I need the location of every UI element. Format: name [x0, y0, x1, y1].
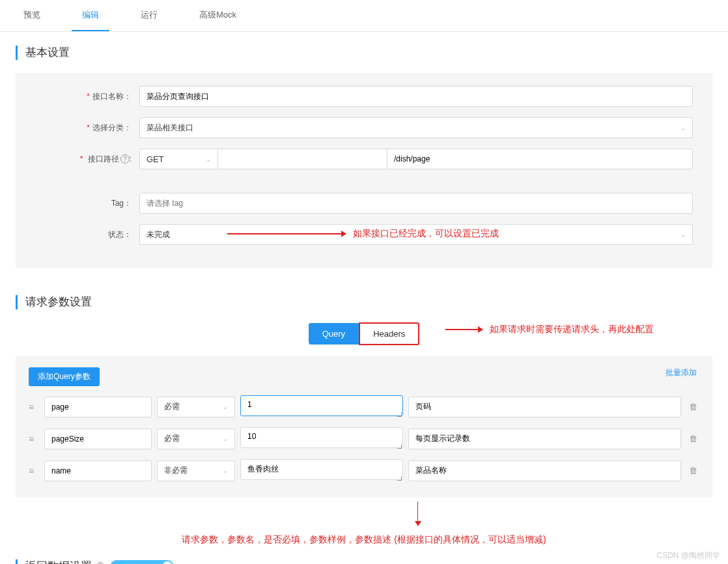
tab-preview[interactable]: 预览: [13, 0, 51, 31]
method-select[interactable]: GET ⌄: [139, 148, 217, 169]
main-tabs: 预览 编辑 运行 高级Mock: [0, 0, 728, 32]
param-required-select[interactable]: 非必需 ⌄: [157, 460, 235, 481]
param-row: ≡ 必需 ⌄ 1 🗑: [29, 395, 699, 418]
tab-run[interactable]: 运行: [130, 0, 168, 31]
annotation-arrow-down: [123, 501, 712, 526]
status-value: 未完成: [147, 229, 170, 240]
param-example-input[interactable]: 10: [240, 427, 403, 448]
resize-handle[interactable]: [397, 444, 402, 449]
tag-label: Tag：: [35, 198, 139, 209]
param-row: ≡ 非必需 ⌄ 鱼香肉丝 🗑: [29, 459, 699, 482]
name-input[interactable]: [139, 86, 693, 107]
status-row: 状态： 未完成 ⌄ 如果接口已经完成，可以设置已完成: [35, 224, 693, 245]
tag-input[interactable]: [139, 193, 693, 214]
chevron-down-icon: ⌄: [223, 403, 228, 410]
param-required-select[interactable]: 必需 ⌄: [157, 397, 235, 417]
add-query-button[interactable]: 添加Query参数: [29, 367, 100, 386]
trash-icon[interactable]: 🗑: [686, 434, 699, 444]
param-name-input[interactable]: [44, 460, 152, 481]
chevron-down-icon: ⌄: [223, 467, 228, 474]
title-bar: [16, 295, 18, 309]
basic-form-panel: 接口名称： 选择分类： 菜品相关接口 ⌄ 接口路径?: GET ⌄: [16, 73, 712, 268]
path-label: 接口路径?:: [35, 154, 139, 165]
name-row: 接口名称：: [35, 86, 693, 107]
path-group: GET ⌄: [139, 148, 693, 169]
tab-mock[interactable]: 高级Mock: [189, 0, 247, 31]
title-bar: [16, 46, 18, 60]
title-bar: [16, 559, 18, 565]
param-desc-input[interactable]: [408, 397, 681, 417]
chevron-down-icon: ⌄: [223, 435, 228, 442]
category-select[interactable]: 菜品相关接口 ⌄: [139, 117, 693, 138]
tab-edit[interactable]: 编辑: [72, 0, 109, 31]
basic-title: 基本设置: [25, 45, 70, 60]
subtab-query[interactable]: Query: [309, 323, 359, 345]
request-title: 请求参数设置: [25, 294, 92, 309]
category-value: 菜品相关接口: [147, 122, 193, 134]
response-title: 返回数据设置: [25, 559, 92, 564]
drag-handle-icon[interactable]: ≡: [29, 466, 39, 476]
request-params-section: 请求参数设置 Query Headers 如果请求时需要传递请求头，再此处配置 …: [0, 281, 728, 559]
batch-add-link[interactable]: 批量添加: [665, 367, 697, 378]
param-required-select[interactable]: 必需 ⌄: [157, 429, 235, 449]
subtab-headers[interactable]: Headers: [359, 322, 419, 345]
section-title: 基本设置: [16, 45, 712, 60]
headers-annotation: 如果请求时需要传递请求头，再此处配置: [490, 324, 654, 335]
param-example-input[interactable]: 1: [240, 395, 403, 416]
drag-handle-icon[interactable]: ≡: [29, 434, 39, 444]
path-row: 接口路径?: GET ⌄: [35, 148, 693, 169]
watermark: CSDN @陶然同学: [656, 550, 720, 561]
param-example-input[interactable]: 鱼香肉丝: [240, 459, 403, 480]
request-subtabs: Query Headers 如果请求时需要传递请求头，再此处配置: [16, 322, 712, 345]
params-annotation: 请求参数，参数名，是否必填，参数样例，参数描述 (根据接口的具体情况，可以适当增…: [16, 534, 712, 546]
chevron-down-icon: ⌄: [680, 124, 686, 132]
param-name-input[interactable]: [44, 397, 152, 417]
annotation-arrow: 如果接口已经完成，可以设置已完成: [227, 228, 499, 240]
param-row: ≡ 必需 ⌄ 10 🗑: [29, 427, 699, 450]
toggle-circle: [162, 561, 173, 565]
name-label: 接口名称：: [35, 91, 139, 102]
trash-icon[interactable]: 🗑: [686, 402, 699, 412]
chevron-down-icon: ⌄: [680, 231, 686, 238]
trash-icon[interactable]: 🗑: [686, 466, 699, 475]
method-value: GET: [147, 154, 164, 164]
headers-annotation-group: 如果请求时需要传递请求头，再此处配置: [445, 324, 654, 335]
param-name-input[interactable]: [44, 429, 152, 449]
chevron-down-icon: ⌄: [206, 156, 211, 163]
resize-handle[interactable]: [397, 475, 402, 481]
tag-row: Tag：: [35, 193, 693, 214]
param-desc-input[interactable]: [408, 429, 681, 449]
drag-handle-icon[interactable]: ≡: [29, 402, 39, 412]
status-annotation: 如果接口已经完成，可以设置已完成: [353, 228, 499, 240]
param-desc-input[interactable]: [408, 460, 681, 481]
section-title: 请求参数设置: [16, 294, 712, 309]
category-row: 选择分类： 菜品相关接口 ⌄: [35, 117, 693, 138]
status-label: 状态：: [35, 229, 139, 240]
resize-handle[interactable]: [397, 412, 402, 417]
category-label: 选择分类：: [35, 122, 139, 134]
json-schema-toggle[interactable]: json-schema: [110, 560, 174, 565]
query-panel: 添加Query参数 批量添加 ≡ 必需 ⌄ 1 🗑 ≡ 必需 ⌄ 10 🗑: [16, 356, 712, 498]
response-section: 返回数据设置 ? json-schema JSON RAW: [0, 559, 728, 564]
help-icon[interactable]: ?: [120, 154, 130, 163]
basic-settings-section: 基本设置 接口名称： 选择分类： 菜品相关接口 ⌄ 接口路径?: GET ⌄: [0, 32, 728, 281]
base-path-input[interactable]: [217, 148, 387, 169]
section-title: 返回数据设置 ? json-schema: [16, 559, 712, 564]
help-icon[interactable]: ?: [96, 562, 105, 565]
path-input[interactable]: [387, 148, 693, 169]
